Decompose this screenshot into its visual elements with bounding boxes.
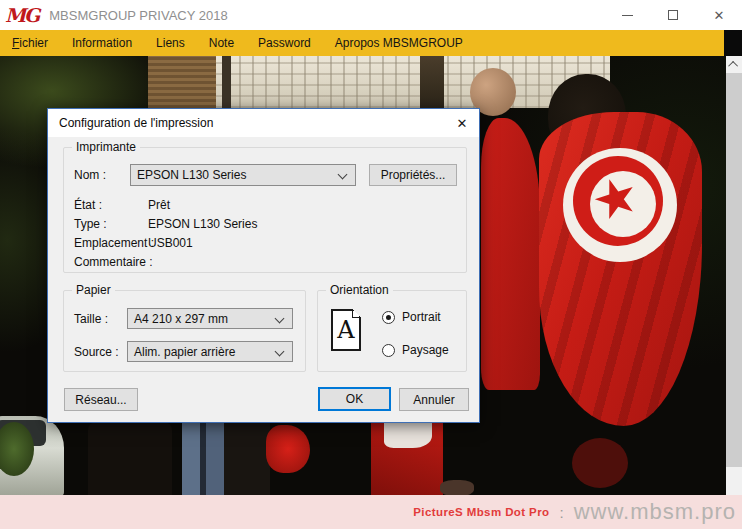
photo-post	[222, 56, 231, 108]
dialog-close-button[interactable]: ✕	[447, 109, 477, 137]
type-label: Type :	[74, 217, 107, 231]
status-value: Prêt	[148, 198, 170, 212]
scrollbar-thumb[interactable]	[726, 73, 742, 467]
menu-bar-end-fill	[724, 30, 742, 56]
maximize-icon	[668, 10, 678, 20]
paper-group-label: Papier	[72, 283, 115, 297]
chevron-down-icon	[275, 314, 285, 324]
window-controls: ✕	[604, 0, 742, 30]
dialog-title-bar: Configuration de l'impression ✕	[48, 109, 479, 137]
paper-source-value: Alim. papier arrière	[134, 345, 235, 359]
comment-label: Commentaire :	[74, 255, 153, 269]
menu-item-information[interactable]: Information	[60, 30, 144, 56]
maximize-button[interactable]	[650, 0, 696, 30]
photo-figure	[88, 422, 172, 495]
photo-dim-red-patch	[572, 438, 628, 488]
type-value: EPSON L130 Series	[148, 217, 257, 231]
print-setup-dialog: Configuration de l'impression ✕ Impriman…	[47, 108, 480, 423]
photo-red-jacket-person	[481, 118, 540, 390]
menu-item-liens[interactable]: Liens	[144, 30, 197, 56]
photo-tan-lattice	[148, 56, 216, 108]
dialog-title: Configuration de l'impression	[59, 116, 213, 130]
paper-source-label: Source :	[74, 345, 119, 359]
tunisian-flag-emblem: ★	[563, 148, 677, 262]
menu-item-password[interactable]: Password	[246, 30, 323, 56]
footer-site: www.mbsm.pro	[574, 499, 736, 525]
app-window: MG MBSMGROUP PRIVACY 2018 ✕ Fichier Info…	[0, 0, 742, 529]
paper-size-value: A4 210 x 297 mm	[134, 312, 228, 326]
window-title: MBSMGROUP PRIVACY 2018	[49, 8, 227, 23]
orientation-group: Orientation A Portrait Paysage	[317, 290, 467, 372]
paper-size-label: Taille :	[74, 312, 108, 326]
menu-item-note[interactable]: Note	[197, 30, 246, 56]
background-photo: ★ Configuration de l'impression ✕	[0, 56, 742, 495]
printer-name-label: Nom :	[74, 168, 106, 182]
radio-portrait-label: Portrait	[402, 310, 441, 324]
radio-paysage-label: Paysage	[402, 343, 449, 357]
chevron-down-icon	[338, 170, 348, 180]
page-fold-corner	[352, 309, 361, 318]
app-logo-icon: MG	[5, 4, 38, 26]
photo-light-lattice	[148, 56, 610, 108]
photo-jeans-legs	[182, 422, 224, 495]
printer-group-label: Imprimante	[72, 140, 140, 154]
printer-group: Imprimante Nom : EPSON L130 Series Propr…	[63, 147, 467, 273]
menu-item-apropos[interactable]: Apropos MBSMGROUP	[323, 30, 475, 56]
paper-source-select[interactable]: Alim. papier arrière	[127, 341, 293, 362]
close-button[interactable]: ✕	[696, 0, 742, 30]
photo-shoe	[440, 480, 474, 495]
menu-bar: Fichier Information Liens Note Password …	[0, 30, 742, 56]
paper-size-select[interactable]: A4 210 x 297 mm	[127, 308, 293, 329]
printer-name-select[interactable]: EPSON L130 Series	[130, 164, 356, 186]
radio-portrait-circle	[382, 311, 395, 324]
chevron-down-icon	[275, 347, 285, 357]
footer-bar: PictureS Mbsm Dot Pro : www.mbsm.pro	[0, 495, 742, 529]
paper-group: Papier Taille : A4 210 x 297 mm Source :…	[63, 290, 306, 372]
radio-portrait[interactable]: Portrait	[382, 310, 441, 324]
cancel-button[interactable]: Annuler	[399, 388, 469, 411]
chevron-up-icon	[728, 61, 738, 71]
footer-brand: PictureS Mbsm Dot Pro	[413, 506, 549, 518]
page-letter-a: A	[337, 318, 354, 342]
ok-button[interactable]: OK	[318, 387, 391, 411]
close-icon: ✕	[714, 8, 725, 23]
vertical-scrollbar[interactable]	[726, 56, 742, 495]
title-bar: MG MBSMGROUP PRIVACY 2018 ✕	[0, 0, 742, 30]
properties-button[interactable]: Propriétés...	[369, 164, 457, 186]
location-label: Emplacement :	[74, 236, 154, 250]
radio-paysage-circle	[382, 344, 395, 357]
photo-red-flag-patch	[266, 425, 310, 473]
printer-name-value: EPSON L130 Series	[137, 168, 246, 182]
portrait-page-icon: A	[331, 309, 361, 351]
photo-figure	[224, 422, 270, 495]
footer-separator: :	[559, 504, 563, 521]
photo-post	[420, 56, 444, 108]
network-button[interactable]: Réseau...	[64, 388, 138, 411]
orientation-group-label: Orientation	[326, 283, 393, 297]
status-label: État :	[74, 198, 102, 212]
location-value: USB001	[148, 236, 193, 250]
minimize-icon	[622, 15, 633, 16]
scroll-up-button[interactable]	[726, 56, 742, 73]
radio-paysage[interactable]: Paysage	[382, 343, 449, 357]
minimize-button[interactable]	[604, 0, 650, 30]
menu-item-fichier[interactable]: Fichier	[0, 30, 60, 56]
